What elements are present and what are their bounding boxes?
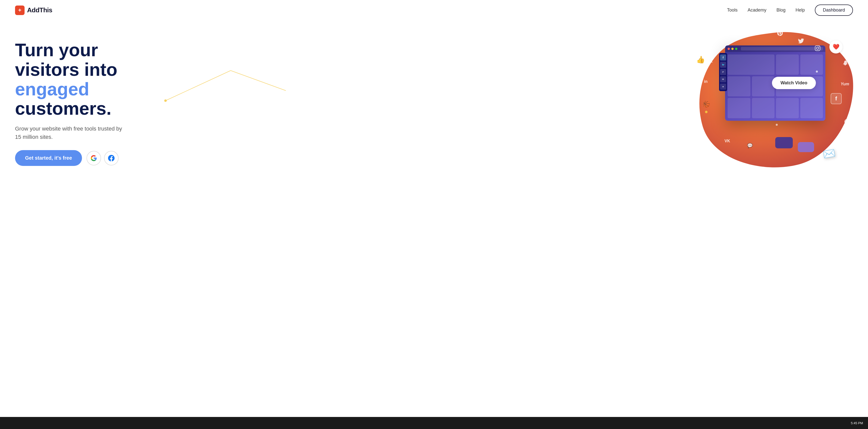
share-facebook: f (720, 55, 726, 60)
hero-headline: Turn your visitors into engaged customer… (15, 40, 125, 118)
google-signup-button[interactable] (87, 151, 101, 165)
share-email: ✉ (720, 76, 726, 82)
svg-line-1 (231, 70, 286, 91)
float-facebook-box: f (831, 93, 842, 104)
svg-line-0 (165, 70, 231, 101)
share-more: + (720, 84, 726, 90)
block-4 (727, 76, 750, 97)
headline-part2: visitors into (15, 59, 117, 80)
block-5 (752, 76, 775, 97)
block-2 (776, 55, 799, 75)
dot-deco-2 (816, 70, 818, 73)
nav-academy[interactable]: Academy (748, 7, 767, 13)
heart-bubble: ❤️ (829, 40, 842, 54)
share-sidebar: f 🐦 P ✉ + (719, 53, 727, 91)
float-dribbble: 🏀 (703, 101, 710, 108)
float-spotify (844, 119, 850, 126)
dot-deco-3 (776, 124, 778, 126)
share-twitter: 🐦 (720, 62, 726, 68)
nav-blog[interactable]: Blog (776, 7, 785, 13)
share-pinterest: P (720, 69, 726, 75)
browser-topbar (725, 46, 826, 52)
envelope-icon: ✉️ (822, 147, 836, 161)
float-instagram (815, 46, 820, 52)
dashboard-button[interactable]: Dashboard (815, 4, 853, 16)
watch-video-button[interactable]: Watch Video (772, 77, 816, 89)
url-bar (741, 47, 823, 51)
minimize-dot (731, 48, 734, 50)
float-vk: VK (724, 139, 730, 143)
chat-bubble-left (775, 137, 793, 148)
float-yummly: Yum (841, 82, 849, 86)
header: + AddThis Tools Academy Blog Help Dashbo… (0, 0, 868, 20)
hero-left: Turn your visitors into engaged customer… (15, 40, 125, 166)
svg-point-2 (164, 99, 167, 102)
social-signup-area (87, 151, 119, 165)
facebook-icon (108, 155, 115, 162)
nav-tools[interactable]: Tools (727, 7, 738, 13)
float-weibo: 💬 (747, 143, 753, 148)
maximize-dot (735, 48, 737, 50)
facebook-signup-button[interactable] (104, 151, 119, 165)
float-snapchat (843, 60, 848, 67)
block-8 (752, 98, 775, 118)
hero-subtext: Grow your website with free tools truste… (15, 124, 125, 141)
float-twitter (798, 38, 804, 46)
float-like: 👍 (696, 55, 705, 64)
block-10 (800, 98, 823, 118)
hero-illustration: f 🐦 P ✉ + Watch Video ❤️ t in 👍 (125, 30, 853, 176)
headline-highlight: engaged (15, 79, 89, 99)
float-linkedin: in (704, 79, 708, 84)
float-pinterest (777, 30, 783, 37)
get-started-button[interactable]: Get started, it's free (15, 150, 82, 166)
float-tumblr: t (711, 58, 713, 64)
dot-deco-1 (705, 111, 708, 113)
chat-bubble-right (798, 142, 814, 152)
block-1 (727, 55, 774, 75)
nav-help[interactable]: Help (796, 7, 805, 13)
hero-section: Turn your visitors into engaged customer… (0, 20, 868, 176)
block-9 (776, 98, 799, 118)
headline-part1: Turn your (15, 40, 98, 60)
close-dot (727, 48, 730, 50)
logo[interactable]: + AddThis (15, 5, 53, 15)
block-7 (727, 98, 750, 118)
hero-cta-area: Get started, it's free (15, 150, 125, 166)
headline-part3: customers. (15, 98, 111, 118)
block-3 (800, 55, 823, 75)
logo-icon: + (15, 5, 25, 15)
main-nav: Tools Academy Blog Help Dashboard (727, 4, 853, 16)
logo-text: AddThis (27, 6, 53, 14)
google-icon (91, 155, 97, 162)
